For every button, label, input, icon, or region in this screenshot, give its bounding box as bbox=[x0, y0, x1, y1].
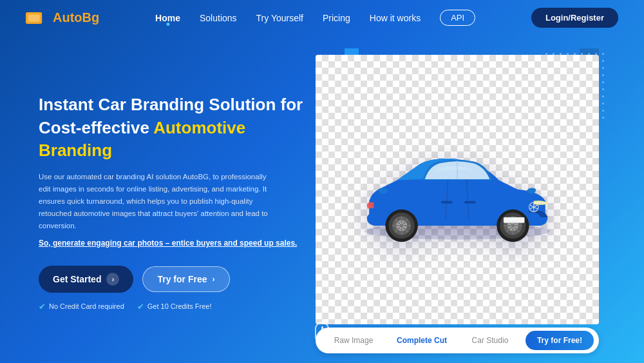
check-icon-1: ✔ bbox=[39, 302, 46, 311]
get-started-button[interactable]: Get Started › bbox=[39, 266, 133, 293]
check-icon-2: ✔ bbox=[137, 302, 144, 311]
logo[interactable]: AutoBg bbox=[26, 9, 99, 27]
nav-how-it-works[interactable]: How it works bbox=[370, 13, 421, 23]
nav-home[interactable]: Home bbox=[155, 13, 180, 23]
dot bbox=[602, 53, 604, 55]
nav-try-yourself[interactable]: Try Yourself bbox=[256, 13, 303, 23]
dot bbox=[602, 110, 604, 112]
scroll-dot bbox=[321, 326, 323, 331]
navbar: AutoBg Home Solutions Try Yourself Prici… bbox=[0, 0, 644, 35]
dot bbox=[602, 67, 604, 69]
hero-left-content: Instant Car Branding Solution for Cost-e… bbox=[39, 93, 309, 311]
dot bbox=[602, 60, 604, 62]
trust-no-cc: ✔ No Credit Card required bbox=[39, 302, 124, 311]
svg-rect-29 bbox=[504, 217, 524, 223]
login-register-button[interactable]: Login/Register bbox=[531, 8, 618, 28]
scroll-indicator bbox=[315, 322, 329, 344]
tab-raw-image[interactable]: Raw Image bbox=[321, 332, 386, 349]
get-started-arrow-icon: › bbox=[106, 273, 119, 286]
nav-pricing[interactable]: Pricing bbox=[323, 13, 350, 23]
api-button[interactable]: API bbox=[440, 10, 475, 26]
svg-rect-9 bbox=[464, 201, 476, 204]
hero-description: Use our automated car branding AI soluti… bbox=[39, 171, 277, 232]
logo-label: AutoBg bbox=[53, 10, 99, 25]
dot bbox=[602, 95, 604, 97]
trust-credits: ✔ Get 10 Credits Free! bbox=[137, 302, 212, 311]
dot bbox=[602, 103, 604, 104]
car-image-card bbox=[316, 55, 599, 324]
cta-buttons: Get Started › Try for Free › bbox=[39, 266, 309, 293]
dot bbox=[602, 117, 604, 119]
hero-section: Instant Car Branding Solution for Cost-e… bbox=[0, 35, 644, 363]
car-container bbox=[337, 75, 578, 304]
dot bbox=[602, 88, 604, 90]
try-free-button[interactable]: Try for Free › bbox=[142, 266, 229, 292]
dot bbox=[602, 74, 604, 76]
hero-tagline-text: So, generate engaging car photos – entic… bbox=[39, 239, 297, 248]
tab-complete-cut[interactable]: Complete Cut bbox=[389, 332, 455, 349]
car-image bbox=[341, 124, 573, 255]
image-viewer-tabs: Raw Image Complete Cut Car Studio Try fo… bbox=[316, 328, 599, 353]
nav-solutions[interactable]: Solutions bbox=[200, 13, 237, 23]
logo-auto: Auto bbox=[53, 10, 82, 25]
tab-try-free-button[interactable]: Try for Free! bbox=[526, 331, 594, 350]
logo-bg: Bg bbox=[82, 10, 100, 25]
get-started-label: Get Started bbox=[53, 274, 101, 284]
svg-rect-8 bbox=[441, 201, 453, 204]
scroll-mouse-icon bbox=[315, 322, 329, 344]
hero-right-content: // Inline dot pattern generation happens… bbox=[309, 42, 605, 363]
logo-icon bbox=[26, 9, 49, 27]
dot bbox=[602, 81, 604, 83]
trust-text-1: No Credit Card required bbox=[49, 302, 124, 310]
try-free-arrow-icon: › bbox=[213, 275, 215, 284]
trust-badges: ✔ No Credit Card required ✔ Get 10 Credi… bbox=[39, 302, 309, 311]
nav-menu: Home Solutions Try Yourself Pricing How … bbox=[155, 10, 475, 26]
hero-tagline: So, generate engaging car photos – entic… bbox=[39, 239, 309, 248]
tab-car-studio[interactable]: Car Studio bbox=[457, 332, 523, 349]
try-free-label: Try for Free bbox=[157, 274, 207, 284]
hero-title: Instant Car Branding Solution for Cost-e… bbox=[39, 93, 309, 161]
trust-text-2: Get 10 Credits Free! bbox=[147, 302, 212, 310]
svg-rect-1 bbox=[28, 14, 40, 21]
